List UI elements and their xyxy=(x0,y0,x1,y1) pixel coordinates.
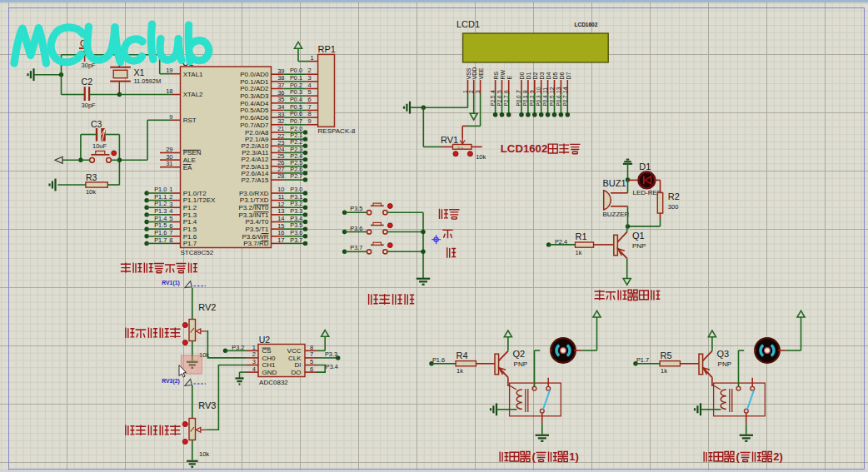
svg-text:28: 28 xyxy=(277,172,284,180)
svg-text:RW: RW xyxy=(500,70,506,80)
svg-text:D6: D6 xyxy=(559,72,565,79)
svg-text:DO: DO xyxy=(292,369,302,376)
svg-text:P0.6: P0.6 xyxy=(290,110,302,117)
svg-text:U2: U2 xyxy=(259,335,271,345)
svg-text:8: 8 xyxy=(307,110,311,117)
svg-text:RV3: RV3 xyxy=(198,400,216,410)
svg-text:P2.5: P2.5 xyxy=(490,95,496,106)
svg-text:32: 32 xyxy=(277,117,284,125)
svg-text:P0.1: P0.1 xyxy=(290,74,302,82)
svg-text:C2: C2 xyxy=(82,77,93,87)
svg-text:13: 13 xyxy=(556,87,561,93)
svg-text:9: 9 xyxy=(307,117,311,125)
svg-text:P3.6: P3.6 xyxy=(350,225,362,232)
svg-text:X1: X1 xyxy=(133,67,144,77)
svg-text:LCD1: LCD1 xyxy=(456,19,480,29)
svg-text:2: 2 xyxy=(468,90,474,93)
svg-text:3: 3 xyxy=(475,90,481,93)
svg-text:XTAL1: XTAL1 xyxy=(183,71,203,78)
svg-text:5: 5 xyxy=(307,88,311,96)
svg-text:30pF: 30pF xyxy=(82,102,97,109)
svg-text:38: 38 xyxy=(277,74,284,82)
svg-text:RV2: RV2 xyxy=(198,302,216,312)
svg-text:PNP: PNP xyxy=(718,360,731,368)
svg-text:3: 3 xyxy=(307,74,311,82)
svg-text:STC89C52: STC89C52 xyxy=(181,249,214,256)
svg-text:R4: R4 xyxy=(456,350,468,360)
svg-text:P3.2: P3.2 xyxy=(232,344,244,351)
svg-text:RS: RS xyxy=(493,71,499,79)
svg-text:P0.1: P0.1 xyxy=(522,95,528,106)
svg-text:Q1: Q1 xyxy=(632,231,645,241)
svg-text:P1.7: P1.7 xyxy=(636,356,649,364)
svg-text:1k: 1k xyxy=(576,249,582,256)
svg-text:9: 9 xyxy=(169,113,172,121)
svg-text:37: 37 xyxy=(277,82,284,89)
svg-text:19: 19 xyxy=(166,67,172,74)
svg-text:P3.7: P3.7 xyxy=(290,236,302,244)
svg-text:P0.1/AD1: P0.1/AD1 xyxy=(240,78,269,86)
svg-text:RP1: RP1 xyxy=(318,44,336,54)
svg-text:P2.7: P2.7 xyxy=(503,95,509,106)
svg-text:1: 1 xyxy=(311,54,314,62)
svg-text:P0.5: P0.5 xyxy=(290,103,302,111)
svg-text:P0.4: P0.4 xyxy=(290,96,302,103)
svg-text:4: 4 xyxy=(490,90,496,93)
svg-text:10k: 10k xyxy=(476,153,486,161)
svg-text:7: 7 xyxy=(516,90,521,93)
svg-text:35: 35 xyxy=(277,96,284,103)
svg-text:8: 8 xyxy=(522,90,528,93)
svg-text:D2: D2 xyxy=(532,72,538,79)
svg-text:8: 8 xyxy=(169,236,172,244)
svg-text:D5: D5 xyxy=(552,72,558,79)
svg-text:6: 6 xyxy=(310,365,313,373)
svg-text:31: 31 xyxy=(166,160,172,167)
svg-text:1): 1) xyxy=(569,450,579,463)
svg-text:%·k: %·k xyxy=(457,146,463,150)
svg-text:RV1(1): RV1(1) xyxy=(162,280,179,286)
svg-text:9: 9 xyxy=(529,90,535,93)
svg-text:300: 300 xyxy=(668,203,679,211)
svg-text:P0.2/AD2: P0.2/AD2 xyxy=(240,85,269,92)
svg-text:RESPACK-8: RESPACK-8 xyxy=(318,127,356,135)
svg-text:P0.5/AD5: P0.5/AD5 xyxy=(240,107,269,114)
svg-text:P0.4/AD4: P0.4/AD4 xyxy=(240,100,269,107)
svg-text:2: 2 xyxy=(307,67,311,74)
svg-text:39: 39 xyxy=(277,67,284,75)
svg-text:1: 1 xyxy=(462,90,468,93)
svg-text:LCD1602: LCD1602 xyxy=(501,142,547,155)
svg-text:1k: 1k xyxy=(456,367,463,375)
svg-text:P1.7: P1.7 xyxy=(154,236,167,244)
svg-text:10k: 10k xyxy=(199,450,209,458)
svg-text:P1.7: P1.7 xyxy=(183,240,197,247)
svg-text:P0.5: P0.5 xyxy=(549,95,555,106)
svg-text:1k: 1k xyxy=(661,367,667,375)
svg-text:P2.7: P2.7 xyxy=(290,172,302,180)
svg-text:RV3(2): RV3(2) xyxy=(162,378,179,385)
svg-text:D1: D1 xyxy=(526,72,531,79)
svg-text:2): 2) xyxy=(773,450,783,463)
svg-text:(: ( xyxy=(736,450,741,463)
svg-text:P0.3: P0.3 xyxy=(290,88,302,96)
svg-text:18: 18 xyxy=(166,87,172,95)
svg-text:ADC0832: ADC0832 xyxy=(259,379,288,386)
svg-text:33: 33 xyxy=(277,111,284,118)
svg-text:P3.3: P3.3 xyxy=(325,350,337,358)
svg-text:E: E xyxy=(506,76,512,80)
svg-text:Q2: Q2 xyxy=(513,349,526,359)
svg-text:LCD1602: LCD1602 xyxy=(575,22,598,27)
svg-text:VSS: VSS xyxy=(466,67,471,79)
svg-text:P0.3: P0.3 xyxy=(536,95,541,106)
svg-text:14: 14 xyxy=(562,87,568,93)
svg-text:P0.7/AD7: P0.7/AD7 xyxy=(240,122,269,129)
svg-text:10k: 10k xyxy=(86,188,96,196)
svg-text:P0.6: P0.6 xyxy=(556,95,561,106)
svg-text:Q3: Q3 xyxy=(717,349,730,359)
svg-text:(: ( xyxy=(532,450,536,463)
svg-text:D1: D1 xyxy=(639,161,651,171)
svg-text:P0.4: P0.4 xyxy=(542,95,548,106)
svg-text:P0.7: P0.7 xyxy=(290,117,302,125)
svg-text:P0.6/AD6: P0.6/AD6 xyxy=(240,114,269,122)
svg-text:R3: R3 xyxy=(86,172,97,182)
svg-text:D0: D0 xyxy=(519,72,525,79)
